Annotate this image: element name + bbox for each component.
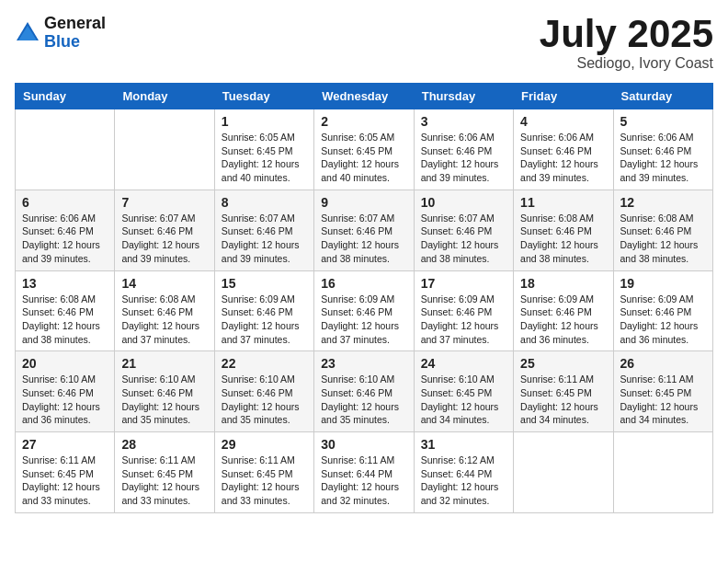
- table-row: 6 Sunrise: 6:06 AMSunset: 6:46 PMDayligh…: [16, 190, 115, 270]
- day-info: Sunrise: 6:10 AMSunset: 6:46 PMDaylight:…: [22, 373, 108, 427]
- day-number: 19: [620, 276, 706, 291]
- table-row: 20 Sunrise: 6:10 AMSunset: 6:46 PMDaylig…: [16, 351, 115, 432]
- day-number: 4: [520, 114, 606, 129]
- month-year-title: July 2025: [540, 15, 713, 53]
- table-row: 16 Sunrise: 6:09 AMSunset: 6:46 PMDaylig…: [314, 270, 414, 351]
- logo-icon: [15, 20, 40, 46]
- table-row: [115, 109, 214, 190]
- header-friday: Friday: [514, 84, 613, 109]
- table-row: 24 Sunrise: 6:10 AMSunset: 6:45 PMDaylig…: [414, 351, 513, 432]
- table-row: 19 Sunrise: 6:09 AMSunset: 6:46 PMDaylig…: [613, 270, 712, 351]
- table-row: 23 Sunrise: 6:10 AMSunset: 6:46 PMDaylig…: [314, 351, 414, 432]
- day-number: 6: [22, 195, 108, 210]
- table-row: 18 Sunrise: 6:09 AMSunset: 6:46 PMDaylig…: [514, 270, 613, 351]
- calendar-week-row: 6 Sunrise: 6:06 AMSunset: 6:46 PMDayligh…: [16, 190, 713, 270]
- table-row: 31 Sunrise: 6:12 AMSunset: 6:44 PMDaylig…: [414, 432, 513, 513]
- table-row: 28 Sunrise: 6:11 AMSunset: 6:45 PMDaylig…: [115, 432, 214, 513]
- day-number: 17: [421, 276, 506, 291]
- day-info: Sunrise: 6:06 AMSunset: 6:46 PMDaylight:…: [620, 131, 706, 185]
- day-info: Sunrise: 6:06 AMSunset: 6:46 PMDaylight:…: [421, 131, 506, 185]
- day-number: 9: [321, 195, 406, 210]
- table-row: 15 Sunrise: 6:09 AMSunset: 6:46 PMDaylig…: [214, 270, 313, 351]
- table-row: 29 Sunrise: 6:11 AMSunset: 6:45 PMDaylig…: [214, 432, 313, 513]
- day-info: Sunrise: 6:08 AMSunset: 6:46 PMDaylight:…: [620, 212, 706, 266]
- table-row: 5 Sunrise: 6:06 AMSunset: 6:46 PMDayligh…: [613, 109, 712, 190]
- day-info: Sunrise: 6:11 AMSunset: 6:45 PMDaylight:…: [121, 454, 207, 508]
- day-info: Sunrise: 6:06 AMSunset: 6:46 PMDaylight:…: [520, 131, 606, 185]
- table-row: 13 Sunrise: 6:08 AMSunset: 6:46 PMDaylig…: [16, 270, 115, 351]
- day-number: 31: [421, 437, 506, 452]
- day-info: Sunrise: 6:08 AMSunset: 6:46 PMDaylight:…: [520, 212, 606, 266]
- day-number: 2: [321, 114, 406, 129]
- day-number: 11: [520, 195, 606, 210]
- day-number: 26: [620, 356, 706, 371]
- table-row: 12 Sunrise: 6:08 AMSunset: 6:46 PMDaylig…: [613, 190, 712, 270]
- calendar-week-row: 13 Sunrise: 6:08 AMSunset: 6:46 PMDaylig…: [16, 270, 713, 351]
- day-info: Sunrise: 6:09 AMSunset: 6:46 PMDaylight:…: [520, 293, 606, 347]
- day-info: Sunrise: 6:05 AMSunset: 6:45 PMDaylight:…: [321, 131, 406, 185]
- title-block: July 2025 Sediogo, Ivory Coast: [540, 15, 713, 72]
- page-header: General Blue July 2025 Sediogo, Ivory Co…: [15, 15, 713, 72]
- table-row: 8 Sunrise: 6:07 AMSunset: 6:46 PMDayligh…: [214, 190, 313, 270]
- calendar-week-row: 1 Sunrise: 6:05 AMSunset: 6:45 PMDayligh…: [16, 109, 713, 190]
- day-number: 29: [222, 437, 307, 452]
- header-thursday: Thursday: [414, 84, 513, 109]
- day-number: 22: [222, 356, 307, 371]
- logo: General Blue: [15, 15, 106, 52]
- table-row: 10 Sunrise: 6:07 AMSunset: 6:46 PMDaylig…: [414, 190, 513, 270]
- day-info: Sunrise: 6:12 AMSunset: 6:44 PMDaylight:…: [421, 454, 506, 508]
- calendar-week-row: 20 Sunrise: 6:10 AMSunset: 6:46 PMDaylig…: [16, 351, 713, 432]
- calendar-week-row: 27 Sunrise: 6:11 AMSunset: 6:45 PMDaylig…: [16, 432, 713, 513]
- day-number: 16: [321, 276, 406, 291]
- table-row: 25 Sunrise: 6:11 AMSunset: 6:45 PMDaylig…: [514, 351, 613, 432]
- day-number: 5: [620, 114, 706, 129]
- day-number: 30: [321, 437, 406, 452]
- day-info: Sunrise: 6:05 AMSunset: 6:45 PMDaylight:…: [222, 131, 307, 185]
- day-number: 7: [121, 195, 207, 210]
- table-row: [16, 109, 115, 190]
- day-info: Sunrise: 6:11 AMSunset: 6:45 PMDaylight:…: [222, 454, 307, 508]
- logo-blue-text: Blue: [44, 33, 106, 52]
- day-number: 8: [222, 195, 307, 210]
- table-row: 3 Sunrise: 6:06 AMSunset: 6:46 PMDayligh…: [414, 109, 513, 190]
- header-sunday: Sunday: [16, 84, 115, 109]
- logo-general-text: General: [44, 15, 106, 33]
- table-row: 21 Sunrise: 6:10 AMSunset: 6:46 PMDaylig…: [115, 351, 214, 432]
- header-saturday: Saturday: [613, 84, 712, 109]
- table-row: 7 Sunrise: 6:07 AMSunset: 6:46 PMDayligh…: [115, 190, 214, 270]
- table-row: [514, 432, 613, 513]
- day-number: 28: [121, 437, 207, 452]
- table-row: [613, 432, 712, 513]
- day-info: Sunrise: 6:09 AMSunset: 6:46 PMDaylight:…: [321, 293, 406, 347]
- day-number: 12: [620, 195, 706, 210]
- table-row: 17 Sunrise: 6:09 AMSunset: 6:46 PMDaylig…: [414, 270, 513, 351]
- day-info: Sunrise: 6:11 AMSunset: 6:45 PMDaylight:…: [520, 373, 606, 427]
- table-row: 26 Sunrise: 6:11 AMSunset: 6:45 PMDaylig…: [613, 351, 712, 432]
- day-number: 1: [222, 114, 307, 129]
- day-number: 13: [22, 276, 108, 291]
- day-info: Sunrise: 6:11 AMSunset: 6:45 PMDaylight:…: [620, 373, 706, 427]
- day-info: Sunrise: 6:11 AMSunset: 6:45 PMDaylight:…: [22, 454, 108, 508]
- day-info: Sunrise: 6:07 AMSunset: 6:46 PMDaylight:…: [421, 212, 506, 266]
- day-info: Sunrise: 6:11 AMSunset: 6:44 PMDaylight:…: [321, 454, 406, 508]
- table-row: 1 Sunrise: 6:05 AMSunset: 6:45 PMDayligh…: [214, 109, 313, 190]
- day-info: Sunrise: 6:09 AMSunset: 6:46 PMDaylight:…: [222, 293, 307, 347]
- day-info: Sunrise: 6:08 AMSunset: 6:46 PMDaylight:…: [121, 293, 207, 347]
- day-info: Sunrise: 6:07 AMSunset: 6:46 PMDaylight:…: [222, 212, 307, 266]
- header-monday: Monday: [115, 84, 214, 109]
- location-subtitle: Sediogo, Ivory Coast: [540, 55, 713, 72]
- day-number: 15: [222, 276, 307, 291]
- day-number: 10: [421, 195, 506, 210]
- day-info: Sunrise: 6:06 AMSunset: 6:46 PMDaylight:…: [22, 212, 108, 266]
- day-number: 20: [22, 356, 108, 371]
- day-info: Sunrise: 6:10 AMSunset: 6:45 PMDaylight:…: [421, 373, 506, 427]
- day-number: 14: [121, 276, 207, 291]
- day-info: Sunrise: 6:07 AMSunset: 6:46 PMDaylight:…: [321, 212, 406, 266]
- day-info: Sunrise: 6:08 AMSunset: 6:46 PMDaylight:…: [22, 293, 108, 347]
- table-row: 9 Sunrise: 6:07 AMSunset: 6:46 PMDayligh…: [314, 190, 414, 270]
- day-info: Sunrise: 6:07 AMSunset: 6:46 PMDaylight:…: [121, 212, 207, 266]
- day-number: 27: [22, 437, 108, 452]
- day-info: Sunrise: 6:09 AMSunset: 6:46 PMDaylight:…: [620, 293, 706, 347]
- day-number: 23: [321, 356, 406, 371]
- calendar-header-row: Sunday Monday Tuesday Wednesday Thursday…: [16, 84, 713, 109]
